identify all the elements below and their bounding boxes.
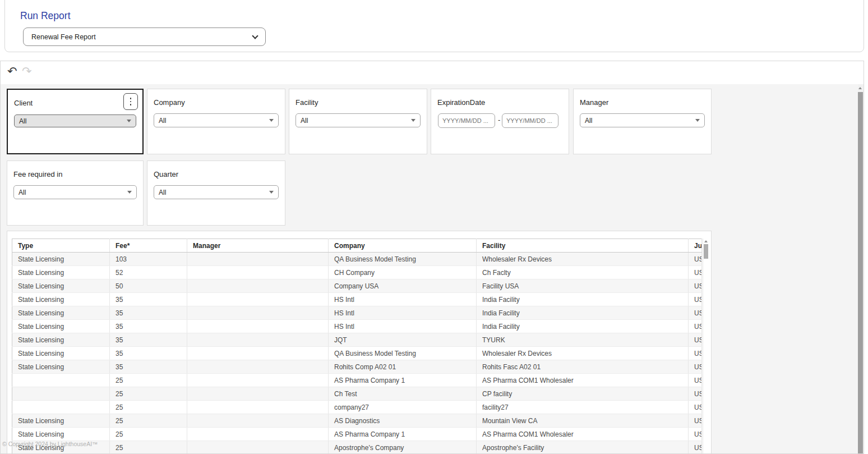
report-builder-panel: ↶ ↷ Client All Company All Facility All [0,61,864,454]
fee-required-in-select-value: All [19,189,26,196]
report-header-card: Run Report Renewal Fee Report [4,0,864,52]
column-header-type[interactable]: Type [12,239,110,253]
table-row[interactable]: State Licensing50Company USAFacility USA… [12,279,702,293]
fee-required-in-select[interactable]: All [13,185,137,199]
cell-company: QA Business Model Testing [329,347,477,360]
cell-facility: India Facility [477,293,689,306]
filter-card-client[interactable]: Client All [7,89,144,154]
column-header-facility[interactable]: Facility [477,239,689,253]
cell-jurisdiction: US [689,333,702,347]
table-row[interactable]: State Licensing25AS DiagnosticsMountain … [12,414,702,428]
cell-facility: AS Pharma COM1 Wholesaler [477,374,689,387]
dropdown-arrow-icon [411,119,415,122]
cell-type: State Licensing [12,333,110,347]
cell-manager [187,428,329,441]
filter-card-fee-required-in[interactable]: Fee required in All [7,160,144,226]
kebab-menu-icon[interactable] [123,93,138,110]
cell-fee: 52 [110,266,187,279]
filter-card-facility[interactable]: Facility All [289,89,427,154]
manager-select[interactable]: All [580,113,705,127]
cell-company: AS Pharma Company 1 [329,428,477,441]
cell-facility: Mountain View CA [477,414,689,428]
table-row[interactable]: State Licensing35QA Business Model Testi… [12,347,702,360]
filter-card-manager[interactable]: Manager All [573,89,712,154]
cell-jurisdiction: US [689,441,702,454]
table-row[interactable]: State Licensing52CH CompanyCh FacltyUS [12,266,702,279]
cell-facility: Wholesaler Rx Devices [477,347,689,360]
filter-label: ExpirationDate [437,98,485,107]
cell-company: Apostrophe's Company [329,441,477,454]
cell-fee: 25 [110,428,187,441]
cell-fee: 25 [110,401,187,414]
cell-fee: 25 [110,441,187,454]
company-select[interactable]: All [154,113,279,127]
cell-jurisdiction: US [689,266,702,279]
cell-fee: 35 [110,293,187,306]
column-header-jurisdiction[interactable]: Ju [689,239,702,253]
table-row[interactable]: State Licensing35JQTTYURKUS [12,333,702,347]
cell-type: State Licensing [12,360,110,374]
facility-select[interactable]: All [296,113,421,127]
facility-select-value: All [301,117,308,125]
report-type-select[interactable]: Renewal Fee Report [23,27,266,46]
filter-card-expiration-date[interactable]: ExpirationDate - [431,89,569,154]
cell-manager [187,360,329,374]
quarter-select[interactable]: All [154,185,279,199]
table-row[interactable]: State Licensing35HS IntlIndia FacilityUS [12,320,702,333]
column-header-manager[interactable]: Manager [187,239,329,253]
filter-card-company[interactable]: Company All [147,89,285,154]
cell-type: State Licensing [12,293,110,306]
cell-fee: 35 [110,320,187,333]
cell-fee: 35 [110,306,187,320]
table-header-row: Type Fee* Manager Company Facility Ju [12,239,702,253]
dropdown-arrow-icon [269,191,274,194]
client-select-value: All [19,117,26,125]
scroll-up-icon[interactable] [704,240,708,242]
table-body: State Licensing103QA Business Model Test… [12,253,702,454]
scroll-up-icon[interactable] [858,87,862,89]
main-scrollbar-thumb[interactable] [858,92,863,453]
table-row[interactable]: State Licensing25Apostrophe's CompanyApo… [12,441,702,454]
client-select[interactable]: All [14,114,136,127]
cell-type [12,387,110,401]
table-scrollbar[interactable] [703,239,709,454]
cell-fee: 25 [110,374,187,387]
cell-company: JQT [329,333,477,347]
undo-icon[interactable]: ↶ [7,65,17,78]
redo-icon[interactable]: ↷ [22,65,32,78]
cell-manager [187,441,329,454]
cell-facility: India Facility [477,306,689,320]
table-row[interactable]: 25AS Pharma Company 1AS Pharma COM1 Whol… [12,374,702,387]
cell-manager [187,293,329,306]
filter-label: Client [14,99,33,107]
cell-jurisdiction: US [689,374,702,387]
column-header-fee[interactable]: Fee* [110,239,187,253]
cell-manager [187,306,329,320]
cell-company: Ch Test [329,387,477,401]
table-row[interactable]: State Licensing35HS IntlIndia FacilityUS [12,293,702,306]
table-row[interactable]: State Licensing103QA Business Model Test… [12,253,702,266]
expiration-date-from-input[interactable] [438,113,495,128]
table-row[interactable]: State Licensing35HS IntlIndia FacilityUS [12,306,702,320]
toolbar: ↶ ↷ [1,61,864,84]
cell-company: Company USA [329,279,477,293]
table-row[interactable]: State Licensing25AS Pharma Company 1AS P… [12,428,702,441]
column-header-company[interactable]: Company [329,239,477,253]
table-row[interactable]: 25company27facility27US [12,401,702,414]
results-table: Type Fee* Manager Company Facility Ju St… [12,239,702,454]
main-scrollbar[interactable] [858,84,863,453]
cell-facility: facility27 [477,401,689,414]
cell-company: AS Pharma Company 1 [329,374,477,387]
filter-card-quarter[interactable]: Quarter All [147,160,285,226]
table-row[interactable]: State Licensing35Rohits Comp A02 01Rohit… [12,360,702,374]
table-row[interactable]: 25Ch TestCP facilityUS [12,387,702,401]
cell-company: Rohits Comp A02 01 [329,360,477,374]
cell-type: State Licensing [12,320,110,333]
dropdown-arrow-icon [695,119,700,122]
table-scrollbar-thumb[interactable] [704,244,708,259]
cell-manager [187,347,329,360]
expiration-date-to-input[interactable] [502,113,558,128]
cell-jurisdiction: US [689,401,702,414]
page-title: Run Report [20,10,71,22]
cell-fee: 50 [110,279,187,293]
